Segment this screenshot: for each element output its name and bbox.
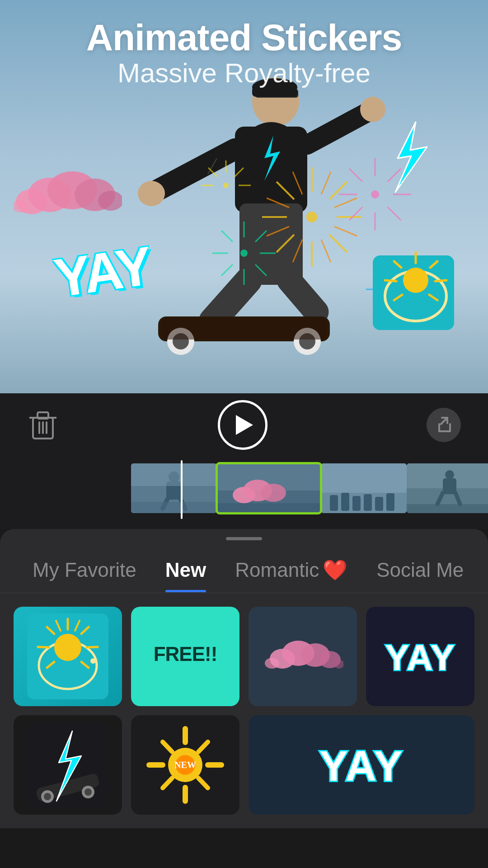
svg-point-40 [223,183,229,188]
tab-my-favorite[interactable]: My Favorite [18,554,151,592]
svg-line-23 [255,264,267,276]
svg-rect-121 [407,504,488,513]
play-icon [236,415,253,435]
svg-line-38 [235,168,244,177]
sunburst-sticker-hero [371,244,461,335]
timeline[interactable] [0,457,488,529]
delete-button[interactable] [27,409,59,441]
svg-point-34 [371,190,379,198]
share-button[interactable] [427,408,461,442]
svg-rect-114 [386,493,394,511]
svg-text:FREE!!: FREE!! [154,643,217,665]
svg-rect-110 [341,493,349,511]
timeline-cursor [181,460,183,519]
sticker-explosion[interactable]: NEW [131,715,239,815]
svg-text:YAY: YAY [319,742,404,790]
svg-point-16 [306,212,317,222]
svg-line-10 [334,198,357,208]
svg-point-59 [360,97,385,122]
svg-point-57 [138,181,165,206]
yay-sticker-hero: YAY [50,234,154,309]
tab-social-me[interactable]: Social Me [362,554,478,592]
svg-point-25 [240,250,248,257]
svg-line-31 [349,169,362,182]
clip-4[interactable] [407,463,488,513]
play-button[interactable] [218,400,267,450]
hero-title: Animated Stickers Massive Royalty-free [0,18,488,90]
bottom-panel: My Favorite New Romantic❤️ Social Me [0,529,488,828]
sticker-sunburst[interactable] [14,607,122,706]
svg-rect-109 [330,495,338,511]
svg-rect-113 [375,497,383,511]
svg-line-81 [435,280,446,281]
clip-3[interactable] [321,463,407,513]
hero-main-title: Animated Stickers [0,18,488,57]
clip-1[interactable] [131,463,217,513]
svg-line-93 [441,418,447,424]
svg-line-127 [87,647,98,647]
sticker-yay-2[interactable]: YAY [249,715,474,815]
svg-line-12 [267,198,289,208]
svg-point-124 [54,634,81,661]
svg-rect-111 [352,496,361,511]
svg-rect-112 [364,494,372,511]
svg-line-24 [221,264,233,276]
hero-sub-title: Massive Royalty-free [0,57,488,90]
svg-rect-106 [217,503,321,513]
svg-line-39 [208,168,217,177]
tab-romantic[interactable]: Romantic❤️ [221,554,362,593]
svg-line-13 [267,226,289,236]
timeline-track [0,461,488,515]
sticker-pink-smoke[interactable] [249,607,357,706]
svg-line-15 [293,240,302,262]
svg-rect-108 [321,463,407,493]
hero-section: Animated Stickers Massive Royalty-free Y… [0,0,488,393]
svg-line-84 [385,280,396,281]
heart-icon: ❤️ [323,559,347,581]
svg-line-21 [255,231,267,242]
cloud-sticker-hero [14,165,122,222]
lightning-sticker-hero [384,118,434,196]
svg-line-4 [329,182,347,199]
svg-line-130 [38,647,49,647]
svg-point-150 [84,788,92,796]
svg-point-105 [261,484,286,502]
svg-line-22 [221,231,233,242]
svg-point-117 [445,470,454,479]
svg-rect-100 [131,502,217,513]
tab-new[interactable]: New [151,554,221,592]
svg-line-5 [277,182,294,199]
svg-point-78 [403,268,428,293]
svg-line-7 [277,235,294,252]
svg-rect-99 [131,463,217,486]
svg-text:NEW: NEW [174,760,196,770]
svg-line-14 [321,240,331,262]
svg-line-8 [321,172,331,194]
svg-line-9 [293,172,302,194]
tab-bar: My Favorite New Romantic❤️ Social Me [0,540,488,593]
sticker-yay-cell[interactable]: YAY [366,607,474,706]
svg-line-11 [334,226,357,236]
svg-text:YAY: YAY [385,637,455,678]
clip-2-selected[interactable] [217,463,321,513]
sticker-lightning-board[interactable] [14,715,122,815]
controls-bar [0,393,488,457]
drag-handle[interactable] [226,537,262,540]
svg-line-33 [349,207,362,220]
sticker-free[interactable]: FREE!! [131,607,239,706]
svg-point-148 [44,793,51,800]
svg-point-134 [90,658,96,664]
sticker-grid: FREE!! YAY [0,593,488,828]
svg-line-6 [329,235,347,252]
svg-line-32 [388,207,401,220]
